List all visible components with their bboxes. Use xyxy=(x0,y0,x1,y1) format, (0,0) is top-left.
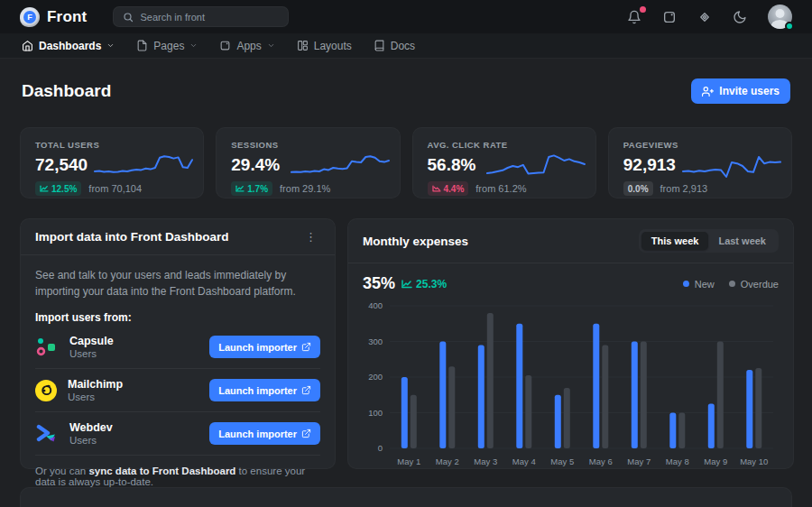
chevron-down-icon xyxy=(106,41,115,50)
sparkline-chart xyxy=(290,143,391,184)
topbar: F Front xyxy=(0,0,812,33)
stat-from-value: from 29.1% xyxy=(280,183,330,194)
user-avatar[interactable] xyxy=(768,5,792,29)
search-icon xyxy=(123,12,134,23)
import-source-type: Users xyxy=(69,435,113,446)
bar xyxy=(448,366,455,448)
search-input[interactable] xyxy=(140,12,279,23)
capsule-logo-icon xyxy=(35,336,59,359)
bar xyxy=(487,313,494,448)
sync-data-link[interactable]: sync data to Front Dashboard xyxy=(88,466,235,476)
week-toggle: This weekLast week xyxy=(639,229,779,253)
bar xyxy=(717,342,724,449)
expenses-percent: 35% xyxy=(363,274,395,293)
svg-text:May 2: May 2 xyxy=(436,456,459,466)
import-card-title: Import data into Front Dashboard xyxy=(35,230,229,244)
import-source-name: Mailchimp xyxy=(68,378,123,391)
sparkline-chart xyxy=(93,143,194,184)
stat-from-value: from 70,104 xyxy=(88,183,142,194)
svg-text:May 10: May 10 xyxy=(740,456,768,466)
online-status-dot xyxy=(785,22,794,31)
bar xyxy=(755,368,761,448)
page-title: Dashboard xyxy=(22,81,111,101)
chevron-down-icon xyxy=(189,41,198,50)
mailchimp-logo-icon xyxy=(35,380,57,401)
widgets-diamond-icon[interactable] xyxy=(697,10,712,24)
launch-importer-button[interactable]: Launch importer xyxy=(209,336,320,358)
import-row-webdev: WebdevUsersLaunch importer xyxy=(35,412,320,456)
import-list: CapsuleUsersLaunch importerMailchimpUser… xyxy=(35,326,320,456)
expenses-delta: 25.3% xyxy=(401,278,447,290)
svg-text:0: 0 xyxy=(378,443,383,453)
file-icon xyxy=(136,40,148,51)
stat-card: Pageviews92,9130.0%from 2,913 xyxy=(608,127,792,198)
apps-launcher-icon[interactable] xyxy=(662,10,677,24)
svg-text:May 5: May 5 xyxy=(550,456,574,466)
stats-row: Total users72,54012.5%from 70,104Session… xyxy=(20,127,792,198)
stat-delta-badge: 0.0% xyxy=(623,181,653,196)
import-source-type: Users xyxy=(69,348,114,359)
nav-item-label: Docs xyxy=(391,40,415,52)
import-subtitle: Import users from: xyxy=(35,311,320,324)
svg-text:May 4: May 4 xyxy=(512,456,536,466)
import-row-capsule: CapsuleUsersLaunch importer xyxy=(35,326,320,369)
chevron-down-icon xyxy=(267,41,275,50)
tab-this-week[interactable]: This week xyxy=(641,232,709,250)
trend-up-icon xyxy=(401,280,412,289)
monthly-expenses-card: Monthly expenses This weekLast week 35% … xyxy=(347,218,794,469)
bar xyxy=(602,346,608,449)
import-description: See and talk to your users and leads imm… xyxy=(35,267,320,300)
stat-from-value: from 61.2% xyxy=(475,183,526,194)
nav-item-dashboards[interactable]: Dashboards xyxy=(22,40,115,52)
bar xyxy=(555,395,561,448)
stat-delta-badge: 4.4% xyxy=(428,181,469,196)
nav-item-label: Apps xyxy=(236,40,261,52)
bar xyxy=(708,404,715,448)
bar xyxy=(678,413,685,449)
bar xyxy=(439,342,446,449)
grid-icon xyxy=(297,40,309,51)
invite-users-button[interactable]: Invite users xyxy=(691,78,790,104)
import-row-text: MailchimpUsers xyxy=(68,378,123,402)
legend-item-new[interactable]: New xyxy=(683,279,715,290)
import-data-card: Import data into Front Dashboard ⋮ See a… xyxy=(20,218,336,469)
external-link-icon xyxy=(301,385,311,395)
kebab-menu-icon[interactable]: ⋮ xyxy=(301,229,320,244)
stat-delta-badge: 1.7% xyxy=(231,181,272,196)
dark-mode-moon-icon[interactable] xyxy=(733,10,747,24)
import-row-text: WebdevUsers xyxy=(69,421,113,446)
nav-item-pages[interactable]: Pages xyxy=(136,40,198,52)
sparkline-chart xyxy=(681,143,782,184)
svg-text:200: 200 xyxy=(368,372,383,382)
import-row-text: CapsuleUsers xyxy=(69,335,114,359)
launch-importer-button[interactable]: Launch importer xyxy=(209,379,320,401)
nav-item-docs[interactable]: Docs xyxy=(374,40,415,52)
nav-item-apps[interactable]: Apps xyxy=(219,40,274,52)
bar xyxy=(478,346,484,449)
tab-last-week[interactable]: Last week xyxy=(708,232,776,250)
external-link-icon xyxy=(301,342,311,352)
svg-text:May 8: May 8 xyxy=(666,456,689,466)
svg-text:May 1: May 1 xyxy=(397,456,420,466)
nav-item-label: Pages xyxy=(153,40,184,52)
svg-text:May 6: May 6 xyxy=(589,456,613,466)
search-box[interactable] xyxy=(113,6,289,27)
external-link-icon xyxy=(301,429,311,438)
brand-logo[interactable]: F Front xyxy=(20,7,87,27)
legend-item-overdue[interactable]: Overdue xyxy=(729,279,779,290)
expenses-card-title: Monthly expenses xyxy=(363,235,468,248)
bar xyxy=(746,370,752,448)
launcher-icon xyxy=(219,40,231,51)
import-row-mailchimp: MailchimpUsersLaunch importer xyxy=(35,369,320,412)
user-plus-icon xyxy=(702,86,714,97)
bar xyxy=(401,377,408,448)
import-source-name: Capsule xyxy=(69,335,114,347)
nav-item-layouts[interactable]: Layouts xyxy=(297,40,352,52)
stat-delta-badge: 12.5% xyxy=(35,181,81,196)
stat-from-value: from 2,913 xyxy=(660,183,708,194)
nav-item-label: Dashboards xyxy=(39,40,101,52)
notifications-bell-icon[interactable] xyxy=(627,10,641,24)
main-nav: DashboardsPagesAppsLayoutsDocs xyxy=(0,33,812,59)
launch-importer-button[interactable]: Launch importer xyxy=(209,422,320,445)
legend-dot-icon xyxy=(729,281,735,287)
